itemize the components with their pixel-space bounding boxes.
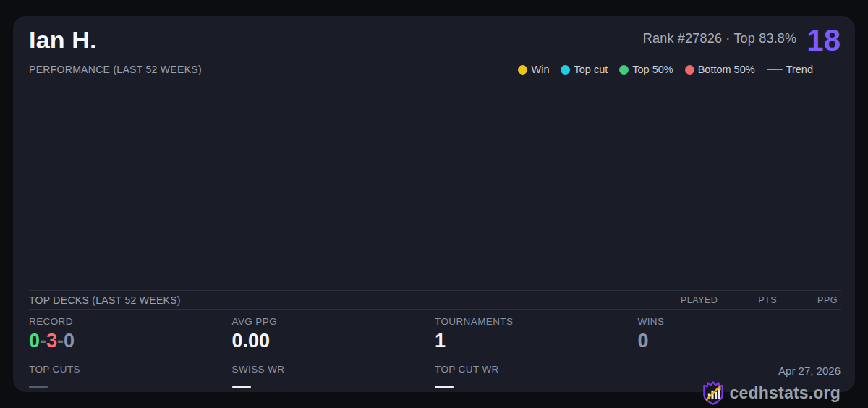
top-decks-header-row: TOP DECKS (LAST 52 WEEKS) PLAYED PTS PPG <box>29 291 841 310</box>
avg-ppg-label: AVG PPG <box>232 316 435 327</box>
top-cuts-label: TOP CUTS <box>29 364 232 375</box>
record-losses: 3 <box>46 330 57 352</box>
legend-win-label: Win <box>531 64 549 75</box>
rank-summary: Rank #27826 · Top 83.8% 18 <box>643 27 841 54</box>
top-decks-title: TOP DECKS (LAST 52 WEEKS) <box>29 294 181 306</box>
column-ppg: PPG <box>817 295 838 305</box>
record-value: 0-3-0 <box>29 331 232 351</box>
top-percent: Top 83.8% <box>733 31 796 46</box>
top-cut-wr-label: TOP CUT WR <box>435 364 638 375</box>
legend-top-cut-label: Top cut <box>574 64 608 75</box>
column-played: PLAYED <box>681 295 718 305</box>
legend-item-top-cut: Top cut <box>561 64 608 75</box>
rank-separator: · <box>726 31 730 46</box>
legend-top-50-label: Top 50% <box>632 64 673 75</box>
top-cuts-empty-dash <box>29 386 48 388</box>
swiss-wr-empty-dash <box>232 386 251 388</box>
legend-item-bottom-50: Bottom 50% <box>685 64 755 75</box>
top-decks-columns: PLAYED PTS PPG <box>681 295 841 305</box>
record-draws: 0 <box>64 330 75 352</box>
legend-bottom-50-label: Bottom 50% <box>698 64 755 75</box>
footer: Apr 27, 2026 cedhstats.org <box>638 364 841 405</box>
tournaments-label: TOURNAMENTS <box>435 316 638 327</box>
top-50-dot-icon <box>619 65 629 75</box>
brand: cedhstats.org <box>702 381 841 405</box>
generated-date: Apr 27, 2026 <box>778 365 841 377</box>
legend-item-top-50: Top 50% <box>619 64 673 75</box>
swiss-wr-label: SWISS WR <box>232 364 435 375</box>
record-wins: 0 <box>29 330 40 352</box>
rank-number: Rank #27826 <box>643 31 722 46</box>
score-value: 18 <box>807 27 841 54</box>
player-stats-card: Ian H. Rank #27826 · Top 83.8% 18 PERFOR… <box>13 16 855 392</box>
tournaments-value: 1 <box>435 331 638 351</box>
performance-chart <box>29 80 841 291</box>
stat-tournaments: TOURNAMENTS 1 <box>435 316 638 354</box>
legend-item-trend: Trend <box>767 64 813 75</box>
record-label: RECORD <box>29 316 232 327</box>
avg-ppg-value: 0.00 <box>232 331 435 351</box>
performance-title: PERFORMANCE (LAST 52 WEEKS) <box>29 64 202 75</box>
win-dot-icon <box>518 65 527 75</box>
rank-text: Rank #27826 · Top 83.8% <box>643 31 796 51</box>
trend-line-icon <box>767 69 783 71</box>
record-separator: - <box>57 330 64 352</box>
stat-top-cuts: TOP CUTS <box>29 364 232 405</box>
stat-top-cut-wr: TOP CUT WR <box>435 364 638 405</box>
brand-text: cedhstats.org <box>730 383 841 403</box>
player-name: Ian H. <box>29 26 97 54</box>
performance-header-row: PERFORMANCE (LAST 52 WEEKS) Win Top cut … <box>29 59 813 80</box>
stat-wins: WINS 0 <box>638 316 841 354</box>
stat-swiss-wr: SWISS WR <box>232 364 435 405</box>
stat-avg-ppg: AVG PPG 0.00 <box>232 316 435 354</box>
top-cut-wr-empty-dash <box>435 386 454 388</box>
top-cut-dot-icon <box>561 65 570 75</box>
bottom-50-dot-icon <box>685 65 694 75</box>
card-header: Ian H. Rank #27826 · Top 83.8% 18 <box>29 16 841 59</box>
legend-trend-label: Trend <box>786 64 813 75</box>
chart-legend: Win Top cut Top 50% Bottom 50% Trend <box>518 64 813 75</box>
cedhstats-logo-icon <box>702 381 724 405</box>
column-pts: PTS <box>758 295 777 305</box>
wins-label: WINS <box>638 316 841 327</box>
legend-item-win: Win <box>518 64 549 75</box>
wins-value: 0 <box>638 331 841 351</box>
stat-record: RECORD 0-3-0 <box>29 316 232 354</box>
record-separator: - <box>40 330 46 352</box>
stats-grid: RECORD 0-3-0 AVG PPG 0.00 TOURNAMENTS 1 … <box>29 316 841 405</box>
